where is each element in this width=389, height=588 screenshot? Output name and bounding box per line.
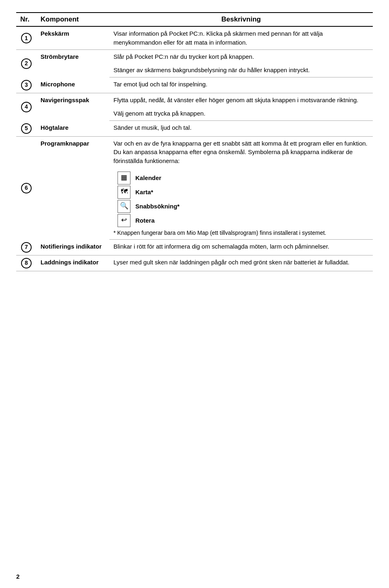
component-cell: Microphone xyxy=(36,77,109,93)
component-cell: Laddnings indikator xyxy=(36,255,109,271)
description-cell: Slår på Pocket PC:n när du trycker kort … xyxy=(109,49,373,63)
table-row: 1PekskärmVisar information på Pocket PC:… xyxy=(16,26,373,49)
table-row: 2StrömbrytareSlår på Pocket PC:n när du … xyxy=(16,49,373,63)
component-cell: Navigeringsspak xyxy=(36,93,109,121)
table-row: 5HögtalareSänder ut musik, ljud och tal. xyxy=(16,121,373,137)
component-cell: Pekskärm xyxy=(36,26,109,49)
symbol-label: Snabbsökning* xyxy=(135,202,180,211)
table-row: 8Laddnings indikatorLyser med gult sken … xyxy=(16,255,373,271)
table-row: 4NavigeringsspakFlytta uppåt, nedåt, åt … xyxy=(16,93,373,107)
page-number: 2 xyxy=(16,573,19,580)
number-cell: 8 xyxy=(16,255,36,271)
table-row: 7Notifierings indikatorBlinkar i rött fö… xyxy=(16,240,373,255)
component-cell: Högtalare xyxy=(36,121,109,137)
table-row: 6ProgramknapparVar och en av de fyra kna… xyxy=(16,136,373,168)
number-cell: 3 xyxy=(16,77,36,93)
number-cell: 1 xyxy=(16,26,36,49)
number-cell: 2 xyxy=(16,49,36,77)
symbol-item: ↩Rotera xyxy=(118,214,369,227)
col-header-nr: Nr. xyxy=(16,13,36,26)
description-cell: Blinkar i rött för att informera dig om … xyxy=(109,240,373,255)
number-cell: 4 xyxy=(16,93,36,121)
description-cell: Stänger av skärmens bakgrundsbelysning n… xyxy=(109,63,373,77)
symbol-label: Karta* xyxy=(135,188,153,197)
symbol-item: ▦Kalender xyxy=(118,172,369,185)
description-cell: Lyser med gult sken när laddningen pågår… xyxy=(109,255,373,271)
symbol-label: Kalender xyxy=(135,174,161,182)
description-cell: Sänder ut musik, ljud och tal. xyxy=(109,121,373,137)
number-cell: 6 xyxy=(16,136,36,240)
symbol-icon: ▦ xyxy=(118,172,130,185)
component-cell: Strömbrytare xyxy=(36,49,109,77)
symbol-icon: ↩ xyxy=(118,214,130,227)
number-cell: 5 xyxy=(16,121,36,137)
symbol-icon: 🗺 xyxy=(118,186,130,199)
col-header-komponent: Komponent xyxy=(36,13,109,26)
symbol-label: Rotera xyxy=(135,216,155,225)
description-cell: Visar information på Pocket PC:n. Klicka… xyxy=(109,26,373,49)
component-cell: Notifierings indikator xyxy=(36,240,109,255)
component-cell: Programknappar xyxy=(36,136,109,240)
description-cell: Var och en av de fyra knapparna ger ett … xyxy=(109,136,373,168)
col-header-beskrivning: Beskrivning xyxy=(109,13,373,26)
symbol-item: 🔍Snabbsökning* xyxy=(118,200,369,213)
table-row: 3MicrophoneTar emot ljud och tal för ins… xyxy=(16,77,373,93)
description-cell: Tar emot ljud och tal för inspelning. xyxy=(109,77,373,93)
symbol-note: * Knappen fungerar bara om Mio Map (ett … xyxy=(113,229,369,237)
symbol-item: 🗺Karta* xyxy=(118,186,369,199)
symbol-icon: 🔍 xyxy=(118,200,130,213)
description-cell: Flytta uppåt, nedåt, åt vänster eller hö… xyxy=(109,93,373,107)
symbols-cell: ▦Kalender🗺Karta*🔍Snabbsökning*↩Rotera* K… xyxy=(109,168,373,240)
component-table: Nr. Komponent Beskrivning 1PekskärmVisar… xyxy=(16,12,373,271)
description-cell: Välj genom att trycka på knappen. xyxy=(109,107,373,120)
number-cell: 7 xyxy=(16,240,36,255)
